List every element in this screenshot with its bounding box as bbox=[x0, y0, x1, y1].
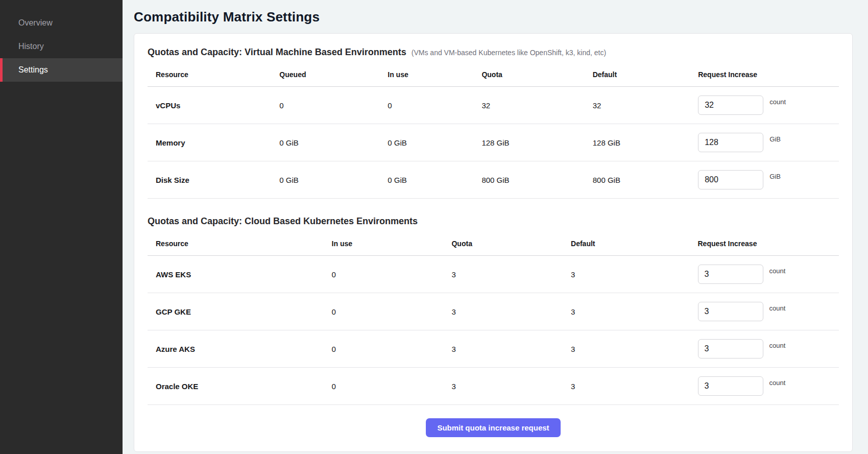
column-header-request-increase: Request Increase bbox=[690, 64, 839, 86]
resource-label: AWS EKS bbox=[148, 270, 324, 279]
in-use-value: 0 bbox=[324, 270, 444, 279]
unit-label: count bbox=[769, 342, 786, 349]
main-content: Compatibility Matrix Settings Quotas and… bbox=[123, 0, 868, 454]
in-use-value: 0 bbox=[324, 307, 444, 316]
quota-input-gcp-gke[interactable] bbox=[698, 302, 763, 321]
column-header-in-use: In use bbox=[379, 64, 473, 86]
request-increase-cell: count bbox=[690, 95, 839, 115]
in-use-value: 0 bbox=[324, 345, 444, 353]
cloud-table-header-row: Resource In use Quota Default Request In… bbox=[148, 233, 839, 256]
table-row: Oracle OKE 0 3 3 count bbox=[148, 368, 839, 405]
sidebar-item-settings[interactable]: Settings bbox=[0, 58, 123, 82]
queued-value: 0 bbox=[271, 101, 379, 110]
resource-label: GCP GKE bbox=[148, 307, 324, 316]
request-increase-cell: count bbox=[690, 302, 839, 321]
settings-card: Quotas and Capacity: Virtual Machine Bas… bbox=[134, 33, 853, 452]
quota-input-memory[interactable] bbox=[698, 133, 763, 152]
quota-input-oracle-oke[interactable] bbox=[698, 376, 763, 396]
unit-label: GiB bbox=[769, 173, 781, 180]
quota-value: 3 bbox=[443, 382, 563, 391]
in-use-value: 0 GiB bbox=[379, 176, 473, 184]
column-header-quota: Quota bbox=[473, 64, 584, 86]
vm-quota-table: Resource Queued In use Quota Default Req… bbox=[148, 64, 839, 199]
vm-table-header-row: Resource Queued In use Quota Default Req… bbox=[148, 64, 839, 87]
in-use-value: 0 bbox=[379, 101, 473, 110]
unit-label: count bbox=[769, 304, 786, 312]
default-value: 800 GiB bbox=[585, 176, 690, 184]
request-increase-cell: count bbox=[690, 339, 839, 359]
sidebar: Overview History Settings bbox=[0, 0, 123, 454]
sidebar-item-history[interactable]: History bbox=[0, 35, 123, 58]
quota-value: 800 GiB bbox=[473, 176, 584, 184]
table-row: GCP GKE 0 3 3 count bbox=[148, 293, 839, 330]
in-use-value: 0 bbox=[324, 382, 444, 391]
quota-value: 3 bbox=[443, 270, 563, 279]
column-header-default: Default bbox=[585, 64, 690, 86]
column-header-queued: Queued bbox=[271, 64, 379, 86]
request-increase-cell: GiB bbox=[690, 170, 839, 189]
default-value: 3 bbox=[563, 382, 689, 391]
unit-label: count bbox=[769, 379, 786, 387]
default-value: 128 GiB bbox=[585, 138, 690, 147]
vm-section-title: Quotas and Capacity: Virtual Machine Bas… bbox=[148, 47, 406, 58]
quota-input-azure-aks[interactable] bbox=[698, 339, 763, 359]
resource-label: Azure AKS bbox=[148, 345, 324, 353]
unit-label: GiB bbox=[769, 135, 781, 143]
default-value: 3 bbox=[563, 307, 689, 316]
column-header-default: Default bbox=[563, 233, 689, 255]
quota-value: 128 GiB bbox=[473, 138, 584, 147]
quota-input-disk-size[interactable] bbox=[698, 170, 763, 189]
request-increase-cell: count bbox=[690, 265, 839, 284]
column-header-resource: Resource bbox=[148, 64, 271, 86]
default-value: 3 bbox=[563, 345, 689, 353]
resource-label: Oracle OKE bbox=[148, 382, 324, 391]
resource-label: Disk Size bbox=[148, 176, 271, 184]
column-header-resource: Resource bbox=[148, 233, 324, 255]
queued-value: 0 GiB bbox=[271, 176, 379, 184]
unit-label: count bbox=[769, 267, 786, 275]
cloud-quota-table: Resource In use Quota Default Request In… bbox=[148, 233, 839, 405]
vm-section-subtitle: (VMs and VM-based Kubernetes like OpenSh… bbox=[412, 49, 606, 57]
vm-section-header: Quotas and Capacity: Virtual Machine Bas… bbox=[148, 47, 839, 58]
table-row: AWS EKS 0 3 3 count bbox=[148, 256, 839, 293]
request-increase-cell: count bbox=[690, 376, 839, 396]
column-header-in-use: In use bbox=[324, 233, 444, 255]
submit-quota-increase-button[interactable]: Submit quota increase request bbox=[426, 418, 560, 437]
resource-label: vCPUs bbox=[148, 101, 271, 110]
quota-value: 3 bbox=[443, 345, 563, 353]
quota-value: 32 bbox=[473, 101, 584, 110]
default-value: 3 bbox=[563, 270, 689, 279]
table-row: Azure AKS 0 3 3 count bbox=[148, 330, 839, 368]
default-value: 32 bbox=[585, 101, 690, 110]
cloud-section-title: Quotas and Capacity: Cloud Based Kuberne… bbox=[148, 216, 839, 227]
request-increase-cell: GiB bbox=[690, 133, 839, 152]
table-row: Disk Size 0 GiB 0 GiB 800 GiB 800 GiB Gi… bbox=[148, 161, 839, 199]
sidebar-nav: Overview History Settings bbox=[0, 11, 123, 82]
quota-input-aws-eks[interactable] bbox=[698, 265, 763, 284]
column-header-request-increase: Request Increase bbox=[690, 233, 839, 255]
quota-value: 3 bbox=[443, 307, 563, 316]
resource-label: Memory bbox=[148, 138, 271, 147]
queued-value: 0 GiB bbox=[271, 138, 379, 147]
sidebar-item-overview[interactable]: Overview bbox=[0, 11, 123, 35]
quota-input-vcpus[interactable] bbox=[698, 95, 763, 115]
unit-label: count bbox=[769, 98, 786, 106]
column-header-quota: Quota bbox=[443, 233, 563, 255]
in-use-value: 0 GiB bbox=[379, 138, 473, 147]
page-title: Compatibility Matrix Settings bbox=[134, 9, 853, 25]
app-root: Overview History Settings Compatibility … bbox=[0, 0, 868, 454]
submit-area: Submit quota increase request bbox=[148, 405, 839, 440]
table-row: vCPUs 0 0 32 32 count bbox=[148, 87, 839, 124]
table-row: Memory 0 GiB 0 GiB 128 GiB 128 GiB GiB bbox=[148, 124, 839, 161]
